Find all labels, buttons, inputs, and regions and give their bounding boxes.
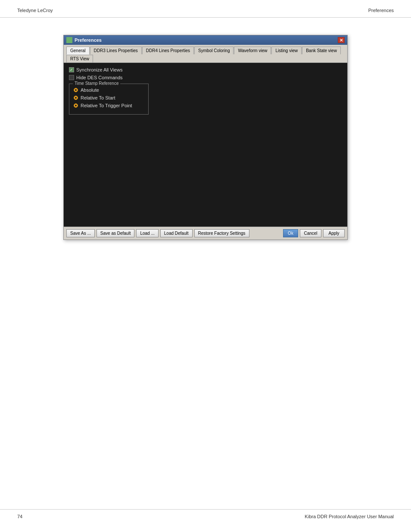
close-button[interactable]: ✕	[338, 37, 345, 43]
tab-bank-state-view[interactable]: Bank State view	[302, 47, 341, 54]
dialog-body: ✓ Synchronize All Views Hide DES Command…	[64, 63, 347, 227]
radio-relative-trigger: Relative To Trigger Point	[74, 103, 144, 108]
hide-des-checkbox[interactable]	[69, 75, 74, 80]
radio-absolute: Absolute	[74, 87, 144, 93]
footer-page-number: 74	[17, 514, 22, 519]
tab-listing-view[interactable]: Listing view	[271, 47, 302, 54]
dialog-title-left: Preferences	[66, 37, 102, 43]
header-right: Preferences	[368, 8, 394, 13]
hide-des-label: Hide DES Commands	[76, 75, 123, 80]
hide-des-row: Hide DES Commands	[69, 75, 342, 80]
apply-button[interactable]: Apply	[323, 229, 345, 237]
save-as-button[interactable]: Save As ...	[66, 229, 95, 237]
ok-button[interactable]: Ok	[283, 229, 298, 237]
synchronize-label: Synchronize All Views	[76, 67, 122, 72]
tab-ddr3-lines[interactable]: DDR3 Lines Properties	[90, 47, 142, 54]
footer-manual-title: Kibra DDR Protocol Analyzer User Manual	[305, 514, 394, 519]
radio-absolute-button[interactable]	[74, 88, 78, 92]
save-as-default-button[interactable]: Save as Default	[97, 229, 135, 237]
dialog-titlebar: Preferences ✕	[64, 35, 347, 45]
load-button[interactable]: Load ...	[136, 229, 158, 237]
radio-absolute-label: Absolute	[81, 87, 99, 93]
radio-relative-trigger-label: Relative To Trigger Point	[81, 103, 132, 108]
tab-waveform-view[interactable]: Waveform view	[234, 47, 271, 54]
dialog-title: Preferences	[75, 37, 102, 43]
page-header: Teledyne LeCroy Preferences	[0, 0, 411, 18]
load-default-button[interactable]: Load Default	[160, 229, 193, 237]
page-footer: 74 Kibra DDR Protocol Analyzer User Manu…	[0, 509, 411, 519]
synchronize-checkbox[interactable]: ✓	[69, 67, 74, 72]
tab-general[interactable]: General	[66, 47, 90, 55]
radio-relative-trigger-button[interactable]	[74, 103, 78, 108]
dialog-footer: Save As ... Save as Default Load ... Loa…	[64, 227, 347, 240]
timestamp-legend: Time Stamp Reference	[73, 81, 120, 86]
radio-relative-start-button[interactable]	[74, 96, 78, 100]
radio-relative-start: Relative To Start	[74, 95, 144, 100]
timestamp-group: Time Stamp Reference Absolute Relative T…	[69, 84, 149, 115]
tab-ddr4-lines[interactable]: DDR4 Lines Properties	[142, 47, 194, 54]
restore-factory-button[interactable]: Restore Factory Settings	[194, 229, 249, 237]
tab-symbol-coloring[interactable]: Symbol Coloring	[194, 47, 234, 54]
tab-bar: General DDR3 Lines Properties DDR4 Lines…	[64, 45, 347, 63]
tab-rts-view[interactable]: RTS View	[66, 55, 93, 62]
cancel-button[interactable]: Cancel	[300, 229, 321, 237]
preferences-icon	[66, 37, 72, 43]
radio-relative-start-label: Relative To Start	[81, 95, 115, 100]
header-left: Teledyne LeCroy	[17, 8, 53, 13]
synchronize-row: ✓ Synchronize All Views	[69, 67, 342, 72]
page-content: Preferences ✕ General DDR3 Lines Propert…	[0, 18, 411, 257]
preferences-dialog: Preferences ✕ General DDR3 Lines Propert…	[63, 35, 348, 240]
